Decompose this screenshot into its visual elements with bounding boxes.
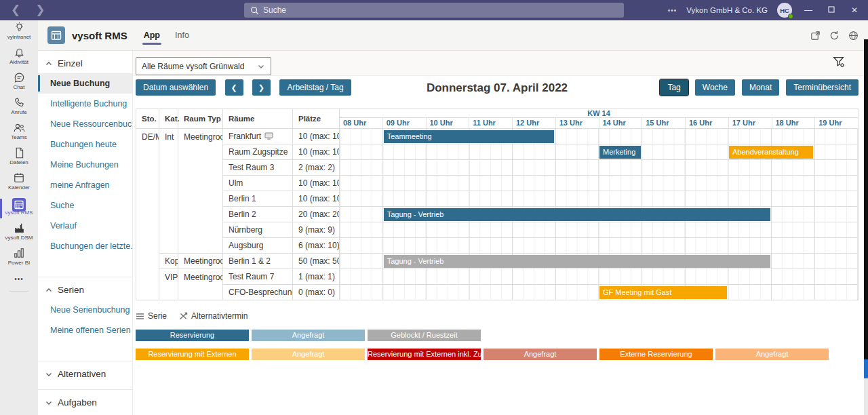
sidebar-item-verlauf[interactable]: Verlauf bbox=[38, 216, 132, 236]
more-apps-icon[interactable]: ••• bbox=[0, 271, 38, 287]
sidebar-item-neue-serienbuchung[interactable]: Neue Serienbuchung bbox=[38, 300, 132, 320]
tab-info[interactable]: Info bbox=[174, 22, 191, 49]
table-row: Berlin 110 (max: 10) bbox=[136, 191, 859, 207]
section-label: Aufgaben bbox=[58, 397, 97, 408]
rail-item-chat[interactable]: Chat bbox=[0, 71, 38, 96]
sidebar-section-serien[interactable]: Serien bbox=[38, 277, 132, 300]
table-cell: Meetingroom bbox=[178, 269, 223, 300]
view-button-monat[interactable]: Monat bbox=[742, 79, 779, 96]
main-content: Alle Räume vysoft Grünwald Datum auswähl… bbox=[133, 51, 864, 415]
view-button-tag[interactable]: Tag bbox=[660, 79, 688, 96]
refresh-icon[interactable] bbox=[829, 31, 840, 41]
view-button-woche[interactable]: Woche bbox=[695, 79, 735, 96]
hour-label: 16 Uhr bbox=[686, 118, 729, 128]
table-row: KopMeetingroomBerlin 1 & 250 (max: 50)Ta… bbox=[136, 254, 859, 269]
table-footnotes: Serie Alternativtermin bbox=[136, 311, 248, 321]
table-cell: Int bbox=[159, 129, 178, 254]
timeline-cell[interactable]: MerketingAbendveranstaltung bbox=[340, 144, 859, 160]
legend-swatch: Reservierung mit Externen inkl. Zugang bbox=[368, 349, 481, 360]
tab-app[interactable]: App bbox=[142, 22, 161, 49]
table-cell: 0 (max: 0) bbox=[293, 285, 340, 300]
legend-swatch: Geblockt / Ruestzeit bbox=[368, 330, 481, 341]
table-row: Nürnberg9 (max: 9) bbox=[136, 222, 859, 238]
column-header-kat-: Kat. bbox=[159, 109, 178, 129]
rail-item-power-bi[interactable]: Power BI bbox=[0, 246, 38, 271]
prev-day-button[interactable]: ❮ bbox=[225, 79, 243, 96]
sidebar-item-meine-anfragen[interactable]: meine Anfragen bbox=[38, 175, 132, 195]
filter-icon[interactable] bbox=[831, 54, 846, 72]
workday-button[interactable]: Arbeitstag / Tag bbox=[279, 79, 351, 96]
table-cell: Test Raum 3 bbox=[223, 160, 293, 176]
rail-item-label: vyintranet bbox=[0, 34, 38, 40]
timeline-cell[interactable]: Tagung - Vertrieb bbox=[340, 207, 859, 222]
maximize-button[interactable] bbox=[825, 5, 838, 15]
rail-item-vysoft-dsm[interactable]: vysoft DSM bbox=[0, 221, 38, 246]
history-forward-icon[interactable]: ❯ bbox=[35, 0, 45, 20]
table-cell: CFO-Besprechungsraum bbox=[223, 285, 293, 300]
titlebar: ❮ ❯ Suche ••• Vykon GmbH & Co. KG HC — ✕ bbox=[0, 0, 868, 20]
rail-item-vyintranet[interactable]: vyintranet bbox=[0, 20, 38, 45]
search-input[interactable]: Suche bbox=[244, 3, 624, 18]
rail-item-label: Dateien bbox=[0, 159, 38, 165]
view-button-terminübersicht[interactable]: Terminübersicht bbox=[786, 79, 859, 96]
timeline-cell[interactable] bbox=[340, 238, 859, 254]
sidebar-item-neue-ressourcenbuch-[interactable]: Neue Ressourcenbuch... bbox=[38, 114, 132, 134]
event-bar[interactable]: Merketing bbox=[599, 146, 641, 159]
table-cell: Ulm bbox=[223, 176, 293, 191]
timeline-cell[interactable]: Tagung - Vertrieb bbox=[340, 254, 859, 269]
rail-item-kalender[interactable]: Kalender bbox=[0, 171, 38, 196]
timeline-cell[interactable]: GF Meeting mit Gast bbox=[340, 285, 859, 300]
sidebar-item-intelligente-buchung[interactable]: Intelligente Buchung bbox=[38, 94, 132, 114]
sidebar-item-meine-offenen-serien[interactable]: Meine offenen Serien bbox=[38, 320, 132, 340]
building-icon bbox=[0, 222, 38, 235]
rail-item-anrufe[interactable]: Anrufe bbox=[0, 96, 38, 121]
event-bar[interactable]: Tagung - Vertrieb bbox=[384, 208, 770, 221]
table-cell: 10 (max: 10) bbox=[293, 191, 340, 207]
sidebar-section-aufgaben[interactable]: Aufgaben bbox=[38, 390, 132, 412]
hour-label: 14 Uhr bbox=[599, 118, 643, 128]
timeline-cell[interactable] bbox=[340, 191, 859, 207]
timeline-cell[interactable] bbox=[340, 222, 859, 238]
history-back-icon[interactable]: ❮ bbox=[11, 0, 20, 20]
table-cell: Meetingroom bbox=[178, 129, 223, 254]
room-filter-select[interactable]: Alle Räume vysoft Grünwald bbox=[136, 57, 271, 75]
timeline-cell[interactable]: Teammeeting bbox=[340, 129, 859, 144]
table-cell: 2 (max: 2) bbox=[293, 160, 340, 176]
sidebar-item-neue-buchung[interactable]: Neue Buchung bbox=[38, 73, 132, 94]
timeline-cell[interactable] bbox=[340, 176, 859, 191]
event-bar[interactable]: Teammeeting bbox=[384, 130, 555, 143]
event-bar[interactable]: GF Meeting mit Gast bbox=[599, 286, 727, 299]
globe-icon[interactable] bbox=[848, 31, 859, 41]
rail-item-aktivit-t[interactable]: Aktivität bbox=[0, 45, 38, 71]
event-bar[interactable]: Tagung - Vertrieb bbox=[384, 255, 770, 268]
timeline-cell[interactable] bbox=[340, 160, 859, 176]
minimize-button[interactable]: — bbox=[802, 5, 815, 15]
lightbulb-icon bbox=[0, 22, 38, 34]
chat-icon bbox=[0, 72, 38, 84]
sidebar-item-buchungen-heute[interactable]: Buchungen heute bbox=[38, 134, 132, 155]
close-button[interactable]: ✕ bbox=[848, 5, 861, 15]
more-options-icon[interactable]: ••• bbox=[668, 7, 677, 14]
table-cell: Berlin 1 & 2 bbox=[223, 254, 293, 269]
next-day-button[interactable]: ❯ bbox=[252, 79, 271, 96]
sidebar-item-buchungen-der-letzte-[interactable]: Buchungen der letzte... bbox=[38, 236, 132, 256]
popout-icon[interactable] bbox=[810, 31, 821, 41]
sidebar-section-einzel[interactable]: Einzel bbox=[38, 51, 132, 73]
rail-item-vysoft-rms[interactable]: vysoft RMS bbox=[0, 196, 38, 221]
legend-swatch: Angefragt bbox=[715, 349, 829, 360]
rail-item-teams[interactable]: Teams bbox=[0, 121, 38, 146]
event-bar[interactable]: Abendveranstaltung bbox=[729, 146, 813, 159]
table-cell: 10 (max: 10) bbox=[293, 129, 340, 144]
rail-item-dateien[interactable]: Dateien bbox=[0, 146, 38, 171]
date-select-button[interactable]: Datum auswählen bbox=[136, 79, 216, 96]
timeline-cell[interactable] bbox=[340, 269, 859, 285]
phone-icon bbox=[0, 97, 38, 109]
alternativtermin-footnote: Alternativtermin bbox=[179, 311, 248, 321]
rail-item-label: vysoft DSM bbox=[0, 235, 38, 241]
table-cell: Augsburg bbox=[223, 238, 293, 254]
table-row: CFO-Besprechungsraum0 (max: 0)GF Meeting… bbox=[136, 285, 859, 300]
sidebar-section-alternativen[interactable]: Alternativen bbox=[38, 361, 132, 384]
sidebar-item-meine-buchungen[interactable]: Meine Buchungen bbox=[38, 155, 132, 175]
avatar[interactable]: HC bbox=[777, 3, 792, 18]
sidebar-item-suche[interactable]: Suche bbox=[38, 195, 132, 216]
